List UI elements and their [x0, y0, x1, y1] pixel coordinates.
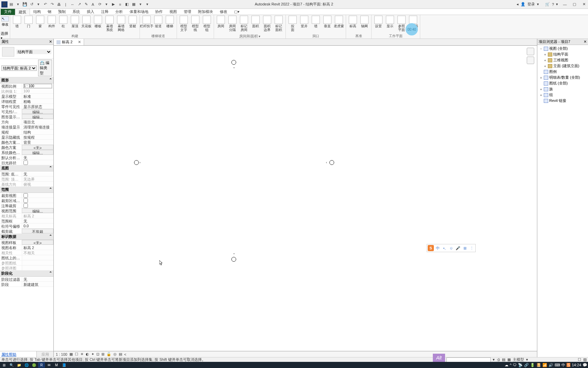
ribbon-button[interactable]: 竖梃 [128, 16, 137, 28]
unlock-icon[interactable]: 🔓 [107, 352, 111, 356]
ribbon-button[interactable]: 幕墙系统 [105, 16, 114, 32]
crop-icon[interactable]: ⊡ [96, 352, 99, 356]
shadow-icon[interactable]: ◐ [86, 352, 89, 356]
properties-close-icon[interactable]: ✕ [49, 40, 52, 44]
ribbon-button[interactable]: 墙 [311, 16, 321, 28]
tray-icon-1[interactable]: ^ [510, 363, 511, 367]
property-value[interactable]: 标准 [22, 94, 53, 98]
ribbon-button[interactable]: 竖井 [299, 16, 309, 28]
ribbon-button[interactable]: 天花板 [82, 16, 91, 28]
tray-icon-7[interactable]: 📶 [542, 363, 547, 367]
ribbon-button[interactable]: 门 [24, 16, 33, 28]
app-m-icon[interactable]: M [53, 362, 60, 368]
app-blue-icon[interactable]: 📘 [61, 362, 67, 368]
ribbon-button[interactable]: 设置 [374, 16, 383, 28]
drawing-canvas[interactable]: ⌄ › ‹ ⌃ [54, 46, 537, 351]
property-value-button[interactable]: 编辑... [22, 208, 53, 213]
tray-icon-4[interactable]: 🔗 [524, 363, 529, 367]
ime-toolbar[interactable]: S 中 •, ☺ 🎤 ⊞ ⋮ [427, 244, 476, 252]
property-value-button[interactable]: 不剪裁 [22, 229, 53, 233]
explorer-icon[interactable]: 📁 [16, 362, 22, 368]
tray-icon-10[interactable]: 中 [561, 363, 565, 368]
ribbon-button[interactable]: 模型文字 [179, 16, 189, 32]
tree-expand-icon[interactable]: + [543, 64, 547, 68]
property-value[interactable]: 显示原状态 [22, 104, 53, 109]
status-sel-icon2[interactable]: ▨ [583, 357, 587, 362]
undo-icon[interactable]: ↶ [42, 1, 48, 7]
tray-icon-0[interactable]: ☁ [505, 363, 508, 367]
cart-icon[interactable]: 🛒 [545, 2, 550, 6]
tab-manage[interactable]: 管理 [180, 9, 195, 15]
property-category[interactable]: 图形⌃ [0, 77, 53, 83]
mail-icon[interactable]: ✉ [46, 362, 52, 368]
tree-node[interactable]: −视图 (全部) [538, 46, 587, 51]
tray-icon-11[interactable]: S [567, 363, 570, 367]
tray-time[interactable]: 14:24 [572, 363, 581, 367]
browser-close-icon[interactable]: ✕ [584, 40, 587, 44]
tab-annotate[interactable]: 注释 [98, 9, 112, 15]
tray-icon-2[interactable]: 🗨 [513, 363, 517, 367]
property-category[interactable]: 底图⌃ [0, 165, 53, 171]
tree-expand-icon[interactable]: + [539, 76, 543, 80]
tree-expand-icon[interactable]: − [539, 47, 543, 51]
tab-file[interactable]: 文件 [1, 9, 15, 15]
tree-expand-icon[interactable]: + [539, 87, 543, 91]
align-icon[interactable]: ↗ [76, 1, 82, 7]
close-button[interactable]: ✕ [581, 2, 587, 7]
ime-menu-icon[interactable]: ⋮ [469, 245, 475, 251]
minimize-button[interactable]: — [562, 2, 568, 7]
tree-node[interactable]: 图例 [538, 69, 587, 75]
ribbon-button[interactable]: 坡道 [153, 16, 163, 28]
nav-wheel-icon[interactable] [527, 57, 534, 64]
type-selector[interactable]: 结构平面 [0, 45, 53, 59]
tab-massing[interactable]: 体量和场地 [126, 9, 152, 15]
tray-icon-8[interactable]: 🔊 [549, 363, 553, 367]
elevation-marker-west[interactable]: › [134, 160, 139, 165]
text-icon[interactable]: A [90, 1, 96, 7]
revit-taskbar-icon[interactable]: R [38, 362, 45, 368]
search-button[interactable]: 🔍 [8, 362, 15, 368]
ribbon-button[interactable]: 窗 [35, 16, 45, 28]
instance-dropdown[interactable]: 结构平面: 标高 2 [1, 65, 37, 71]
sync-dropdown-icon[interactable]: ▾ [35, 1, 42, 7]
ribbon-button[interactable]: 轴网 [360, 16, 369, 28]
ribbon-button[interactable]: 标记房间 [239, 16, 249, 32]
restore-button[interactable]: ▢ [572, 2, 577, 7]
tree-node[interactable]: +组 [538, 92, 587, 98]
tree-node[interactable]: +三维视图 [538, 57, 587, 63]
modify-icon[interactable]: ↖ [1, 16, 9, 21]
tree-expand-icon[interactable]: + [539, 93, 543, 97]
rotate-dropdown-icon[interactable]: ▾ [103, 1, 110, 7]
tab-modify[interactable]: 修改 [216, 9, 231, 15]
ribbon-button[interactable]: 房间 [216, 16, 226, 28]
tree-node[interactable]: 图纸 (全部) [538, 80, 587, 86]
property-value-button[interactable]: 编辑... [22, 109, 53, 114]
property-value[interactable]: 按规程 [22, 135, 53, 139]
redo-icon[interactable]: ↷ [49, 1, 55, 7]
property-value[interactable]: 无 [22, 155, 53, 160]
elevation-marker-north[interactable]: ⌄ [231, 60, 236, 65]
customize-icon[interactable]: ▾ [144, 1, 150, 7]
ribbon-button[interactable]: 参照平面 [397, 16, 406, 32]
ime-keyboard-icon[interactable]: ⊞ [462, 245, 468, 251]
ribbon-button[interactable]: 屋顶 [70, 16, 80, 28]
property-value[interactable]: 新建建筑 [22, 282, 53, 287]
tree-expand-icon[interactable]: + [543, 58, 547, 62]
ime-emoji-icon[interactable]: ☺ [448, 245, 454, 251]
ribbon-button[interactable]: 垂直 [323, 16, 332, 28]
save-icon[interactable]: 💾 [22, 1, 28, 7]
status-filter-icon[interactable]: ▤ [502, 357, 505, 362]
measure-icon[interactable]: ↔ [69, 1, 76, 7]
property-value[interactable] [22, 83, 53, 88]
property-value[interactable]: 无 [22, 277, 53, 281]
more-icon[interactable]: < [124, 352, 126, 356]
edge-icon[interactable]: 🌐 [23, 362, 30, 368]
property-value[interactable]: 背景 [22, 140, 53, 144]
tab-systems[interactable]: 系统 [69, 9, 83, 15]
ime-voice-icon[interactable]: 🎤 [455, 245, 461, 251]
nav-home-icon[interactable] [527, 48, 534, 55]
tab-context-icon[interactable]: ▢▾ [231, 9, 243, 15]
tree-expand-icon[interactable] [539, 81, 543, 86]
property-value-button[interactable]: <无> [22, 240, 53, 245]
tab-precast[interactable]: 预制 [55, 9, 69, 15]
